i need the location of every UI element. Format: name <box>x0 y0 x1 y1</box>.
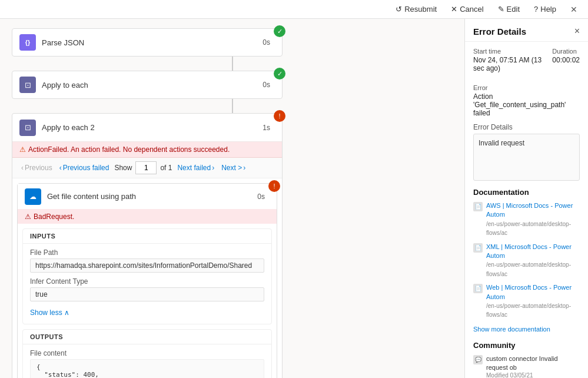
parse-json-duration: 0s <box>263 38 270 47</box>
show-more-docs-label: Show more documentation <box>473 326 550 333</box>
doc-url-0: /en-us/power-automate/desktop-flows/ac <box>486 221 571 236</box>
next-button[interactable]: Next > › <box>220 163 247 173</box>
main-content: {} Parse JSON 0s ✓ ⊡ Apply to each 0s ✓ <box>0 19 588 378</box>
apply-each-duration: 0s <box>263 81 270 89</box>
inner-step-duration: 0s <box>257 193 265 201</box>
error-panel-header: Error Details × <box>465 19 588 42</box>
parse-json-step: {} Parse JSON 0s ✓ <box>12 28 453 57</box>
error-value: Action 'Get_file_content_using_path' fai… <box>473 92 580 117</box>
show-less-button[interactable]: Show less ∧ <box>30 306 69 319</box>
start-time-value: Nov 24, 07:51 AM (13 sec ago) <box>473 56 546 72</box>
apply-each-label: Apply to each <box>42 81 263 89</box>
doc-icon-1: 📄 <box>473 243 483 253</box>
window-close-button[interactable]: ✕ <box>567 4 581 15</box>
previous-button[interactable]: ‹ Previous <box>19 163 54 173</box>
file-content-label: File content <box>30 349 264 357</box>
file-path-value: https://hamadqa.sharepoint.com/sites/Inf… <box>30 258 264 273</box>
connector-2 <box>232 99 233 113</box>
infer-type-value: true <box>30 287 264 301</box>
apply-each-status: ✓ <box>274 68 285 79</box>
help-button[interactable]: ? Help <box>530 4 560 15</box>
outputs-body: File content { "status": 400, "message":… <box>23 344 271 378</box>
cancel-button[interactable]: ✕ Cancel <box>447 4 487 15</box>
cancel-label: Cancel <box>460 5 483 14</box>
chevron-right-failed-icon: › <box>212 164 214 172</box>
duration-label: Duration <box>552 48 580 55</box>
next-failed-button[interactable]: Next failed › <box>175 163 216 173</box>
doc-link-1[interactable]: 📄 XML | Microsoft Docs - Power Autom /en… <box>473 243 580 279</box>
parse-json-card[interactable]: {} Parse JSON 0s ✓ <box>12 28 283 57</box>
doc-link-text-2: Web | Microsoft Docs - Power Autom /en-u… <box>486 283 580 320</box>
edit-label: Edit <box>507 5 520 14</box>
previous-label: Previous <box>25 164 52 172</box>
doc-label-1: XML | Microsoft Docs - Power Autom <box>486 243 572 259</box>
community-icon-0: 💬 <box>473 355 483 364</box>
error-details-label: Error Details <box>473 123 580 131</box>
chevron-right-icon: › <box>243 164 245 172</box>
duration-value: 00:00:02 <box>552 56 580 64</box>
outputs-section: OUTPUTS File content { "status": 400, "m… <box>22 329 272 378</box>
file-path-label: File Path <box>30 248 264 257</box>
error-panel-title: Error Details <box>473 26 526 37</box>
chevron-up-icon: ∧ <box>64 309 69 317</box>
bad-request-bar: ⚠ BadRequest. <box>18 210 277 224</box>
apply-each-icon: ⊡ <box>19 77 36 93</box>
community-date-0: Modified 03/05/21 <box>486 372 580 378</box>
page-input[interactable] <box>135 161 157 174</box>
doc-icon-2: 📄 <box>473 284 483 293</box>
edit-button[interactable]: ✎ Edit <box>494 4 523 15</box>
apply-each-2-label: Apply to each 2 <box>42 123 263 132</box>
chevron-left-icon: ‹ <box>21 164 24 172</box>
warn-icon: ⚠ <box>19 145 26 154</box>
action-failed-message: ActionFailed. An action failed. No depen… <box>28 145 230 154</box>
show-more-docs-button[interactable]: Show more documentation <box>473 324 550 334</box>
output-code: { "status": 400, "message": "Invalid req… <box>30 359 264 378</box>
edit-icon: ✎ <box>498 5 504 14</box>
show-less-label: Show less <box>30 309 62 317</box>
connector-1 <box>232 57 233 71</box>
documentation-heading: Documentation <box>473 188 580 197</box>
parse-json-label: Parse JSON <box>42 38 263 47</box>
help-icon: ? <box>534 5 538 14</box>
community-text-0: custom connector Invalid request ob Modi… <box>486 354 580 378</box>
error-details-value: Invalid request <box>479 139 524 147</box>
doc-link-text-0: AWS | Microsoft Docs - Power Autom /en-u… <box>486 201 580 238</box>
apply-each-2-header[interactable]: ⊡ Apply to each 2 1s ! <box>12 114 282 142</box>
inner-step-label: Get file content using path <box>47 192 257 201</box>
resubmit-label: Resubmit <box>404 5 437 14</box>
flow-panel: {} Parse JSON 0s ✓ ⊡ Apply to each 0s ✓ <box>0 19 464 378</box>
start-time-section: Start time Nov 24, 07:51 AM (13 sec ago) <box>473 48 546 72</box>
resubmit-icon: ↺ <box>396 5 402 14</box>
doc-icon-0: 📄 <box>473 202 483 211</box>
doc-label-0: AWS | Microsoft Docs - Power Autom <box>486 202 573 218</box>
start-time-label: Start time <box>473 48 546 55</box>
error-detail-box: Invalid request <box>473 134 580 181</box>
inputs-body: File Path https://hamadqa.sharepoint.com… <box>23 244 271 324</box>
apply-each-card[interactable]: ⊡ Apply to each 0s ✓ <box>12 71 283 99</box>
error-label: Error <box>473 84 580 91</box>
cancel-icon: ✕ <box>451 5 457 14</box>
apply-each-2-container: ⊡ Apply to each 2 1s ! ⚠ ActionFailed. A… <box>12 113 283 378</box>
error-panel-body: Start time Nov 24, 07:51 AM (13 sec ago)… <box>465 42 588 378</box>
inner-step-error-status: ! <box>268 180 280 192</box>
duration-section: Duration 00:00:02 <box>552 48 580 72</box>
apply-each-step: ⊡ Apply to each 0s ✓ <box>12 71 453 99</box>
help-label: Help <box>540 5 556 14</box>
pagination-bar: ‹ Previous ‹ Previous failed Show of 1 N… <box>12 158 282 178</box>
error-panel-close-button[interactable]: × <box>574 26 580 37</box>
inner-step-header[interactable]: ☁ Get file content using path 0s ! <box>18 184 277 210</box>
chevron-left-failed-icon: ‹ <box>59 164 62 172</box>
bad-request-label: BadRequest. <box>34 213 74 221</box>
doc-link-0[interactable]: 📄 AWS | Microsoft Docs - Power Autom /en… <box>473 201 580 238</box>
apply-each-2-error-status: ! <box>274 110 285 122</box>
inputs-title: INPUTS <box>23 229 271 244</box>
community-item-0[interactable]: 💬 custom connector Invalid request ob Mo… <box>473 354 580 378</box>
parse-json-icon: {} <box>19 34 36 51</box>
previous-failed-button[interactable]: ‹ Previous failed <box>58 163 111 173</box>
next-failed-label: Next failed <box>177 164 211 172</box>
show-label: Show <box>114 164 132 172</box>
outputs-title: OUTPUTS <box>23 330 271 344</box>
apply-each-2-step: ⊡ Apply to each 2 1s ! ⚠ ActionFailed. A… <box>12 113 453 378</box>
resubmit-button[interactable]: ↺ Resubmit <box>392 4 440 15</box>
doc-link-2[interactable]: 📄 Web | Microsoft Docs - Power Autom /en… <box>473 283 580 320</box>
